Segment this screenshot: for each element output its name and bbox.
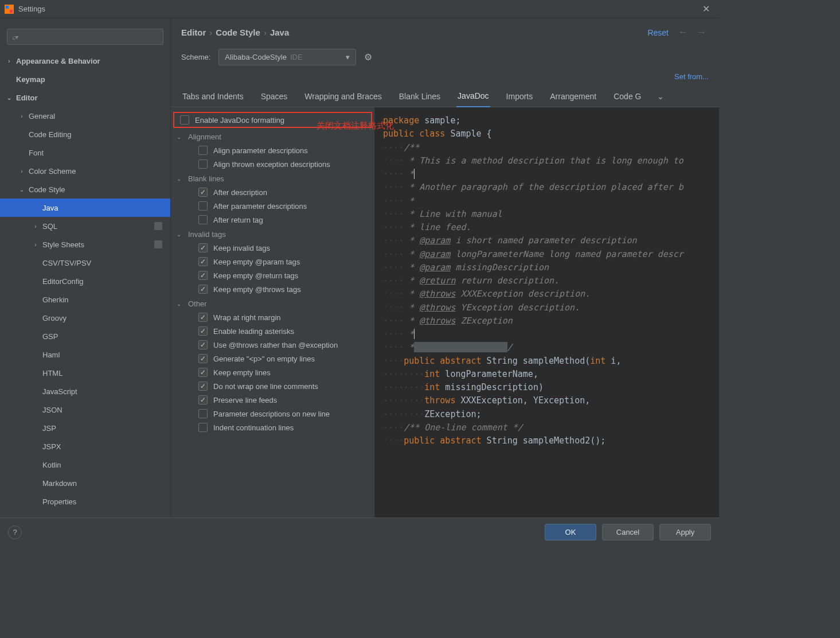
- section-other[interactable]: ⌄Other: [171, 296, 374, 310]
- section-blank-lines[interactable]: ⌄Blank lines: [171, 171, 374, 185]
- breadcrumb-0[interactable]: Editor: [181, 28, 206, 37]
- sidebar-item-label: EditorConfig: [42, 277, 84, 286]
- section-label: Invalid tags: [188, 230, 226, 239]
- sidebar-item-jsp[interactable]: JSP: [0, 419, 170, 437]
- sidebar-item-properties[interactable]: Properties: [0, 492, 170, 511]
- option-after-parameter-descriptions[interactable]: After parameter descriptions: [171, 199, 374, 213]
- sidebar-item-jspx[interactable]: JSPX: [0, 437, 170, 456]
- chevron-down-icon: ⌄: [177, 231, 186, 238]
- code-line: ········int longParameterName,: [383, 368, 711, 381]
- option-align-thrown-exception-descriptions[interactable]: Align thrown exception descriptions: [171, 157, 374, 171]
- sidebar-item-label: JSON: [42, 406, 62, 414]
- option-indent-continuation-lines[interactable]: Indent continuation lines: [171, 421, 374, 434]
- help-icon[interactable]: ?: [8, 526, 22, 539]
- sidebar-item-label: JavaScript: [42, 387, 77, 396]
- reset-link[interactable]: Reset: [647, 28, 669, 37]
- tab-tabs-and-indents[interactable]: Tabs and Indents: [181, 88, 245, 107]
- option-label: Use @throws rather than @exception: [213, 341, 338, 349]
- code-line: ····/**: [383, 141, 711, 154]
- breadcrumb-1[interactable]: Code Style: [216, 28, 260, 37]
- code-line: ···· * @param missingDescription: [383, 261, 711, 274]
- sidebar-item-label: Editor: [16, 94, 38, 102]
- scheme-tag: IDE: [290, 53, 303, 61]
- option-wrap-at-right-margin[interactable]: Wrap at right margin: [171, 310, 374, 324]
- back-icon[interactable]: ←: [675, 26, 690, 38]
- chevron-down-icon: ⌄: [177, 134, 186, 140]
- forward-icon[interactable]: →: [694, 26, 709, 38]
- option-keep-empty-lines[interactable]: Keep empty lines: [171, 365, 374, 379]
- option-label: Enable leading asterisks: [213, 327, 294, 336]
- ok-button[interactable]: OK: [545, 524, 596, 540]
- checkbox-icon: [198, 395, 208, 404]
- option-enable-leading-asterisks[interactable]: Enable leading asterisks: [171, 324, 374, 338]
- sidebar-item-csv-tsv-psv[interactable]: CSV/TSV/PSV: [0, 254, 170, 272]
- svg-rect-2: [10, 10, 13, 13]
- sidebar-item-json[interactable]: JSON: [0, 400, 170, 419]
- tab-code-g[interactable]: Code G: [612, 88, 642, 107]
- sidebar-item-kotlin[interactable]: Kotlin: [0, 456, 170, 474]
- sidebar-item-sql[interactable]: ›SQL: [0, 217, 170, 235]
- tab-imports[interactable]: Imports: [505, 88, 534, 107]
- code-line: ········ZException;: [383, 408, 711, 421]
- set-from-link[interactable]: Set from...: [674, 72, 709, 81]
- search-input[interactable]: ⌕ ▾: [7, 29, 163, 45]
- sidebar-item-code-style[interactable]: ⌄Code Style: [0, 180, 170, 199]
- apply-button[interactable]: Apply: [659, 524, 711, 540]
- sidebar-item-groovy[interactable]: Groovy: [0, 309, 170, 327]
- sidebar: ⌕ ▾ ›Appearance & BehaviorKeymap⌄Editor›…: [0, 18, 171, 518]
- option-use-throws-rather-than-exception[interactable]: Use @throws rather than @exception: [171, 338, 374, 352]
- sidebar-item-general[interactable]: ›General: [0, 107, 170, 125]
- option-after-return-tag[interactable]: After return tag: [171, 213, 374, 227]
- option-keep-empty-return-tags[interactable]: Keep empty @return tags: [171, 269, 374, 282]
- sidebar-item-label: General: [29, 112, 55, 120]
- sidebar-item-editor[interactable]: ⌄Editor: [0, 88, 170, 107]
- sidebar-item-font[interactable]: Font: [0, 143, 170, 162]
- close-icon[interactable]: ✕: [698, 3, 714, 14]
- sidebar-item-label: Java: [42, 204, 58, 212]
- sidebar-item-color-scheme[interactable]: ›Color Scheme: [0, 162, 170, 180]
- sidebar-item-gsp[interactable]: GSP: [0, 327, 170, 345]
- sidebar-item-markdown[interactable]: Markdown: [0, 474, 170, 492]
- sidebar-item-code-editing[interactable]: Code Editing: [0, 125, 170, 143]
- scheme-dropdown[interactable]: Alibaba-CodeStyle IDE: [218, 49, 356, 65]
- tab-spaces[interactable]: Spaces: [260, 88, 289, 107]
- option-preserve-line-feeds[interactable]: Preserve line feeds: [171, 393, 374, 407]
- option-label: Do not wrap one line comments: [213, 382, 318, 391]
- option-keep-empty-param-tags[interactable]: Keep empty @param tags: [171, 255, 374, 269]
- chevron-right-icon: ›: [5, 58, 14, 64]
- option-do-not-wrap-one-line-comments[interactable]: Do not wrap one line comments: [171, 379, 374, 393]
- code-line: ···· * Another paragraph of the descript…: [383, 181, 711, 194]
- sidebar-item-gherkin[interactable]: Gherkin: [0, 290, 170, 309]
- option-after-description[interactable]: After description: [171, 185, 374, 199]
- option-keep-empty-throws-tags[interactable]: Keep empty @throws tags: [171, 282, 374, 296]
- sidebar-item-label: Haml: [42, 351, 60, 359]
- chevron-down-icon: ⌄: [17, 186, 26, 193]
- option-align-parameter-descriptions[interactable]: Align parameter descriptions: [171, 143, 374, 157]
- checkbox-icon: [198, 201, 208, 211]
- checkbox-icon: [198, 160, 208, 169]
- section-invalid-tags[interactable]: ⌄Invalid tags: [171, 227, 374, 241]
- tab-arrangement[interactable]: Arrangement: [549, 88, 597, 107]
- option-label: After return tag: [213, 216, 263, 224]
- sidebar-item-haml[interactable]: Haml: [0, 345, 170, 364]
- checkbox-icon: [198, 188, 208, 197]
- sidebar-item-html[interactable]: HTML: [0, 364, 170, 382]
- sidebar-item-keymap[interactable]: Keymap: [0, 70, 170, 88]
- sidebar-item-java[interactable]: Java: [0, 199, 170, 217]
- option-generate-p-on-empty-lines[interactable]: Generate "<p>" on empty lines: [171, 352, 374, 365]
- sidebar-item-javascript[interactable]: JavaScript: [0, 382, 170, 400]
- checkbox-icon: [198, 382, 208, 391]
- breadcrumb: Editor › Code Style › Java Reset ← →: [171, 18, 719, 44]
- cancel-button[interactable]: Cancel: [602, 524, 654, 540]
- tab-wrapping-and-braces[interactable]: Wrapping and Braces: [303, 88, 382, 107]
- tab-blank-lines[interactable]: Blank Lines: [398, 88, 442, 107]
- sidebar-item-appearance-behavior[interactable]: ›Appearance & Behavior: [0, 52, 170, 70]
- gear-icon[interactable]: ⚙: [364, 52, 372, 63]
- tabs-more-icon[interactable]: ⌄: [657, 88, 664, 107]
- tab-javadoc[interactable]: JavaDoc: [456, 88, 490, 107]
- sidebar-item-editorconfig[interactable]: EditorConfig: [0, 272, 170, 290]
- annotation-text: 关闭文档注释格式化: [317, 120, 394, 131]
- option-parameter-descriptions-on-new-line[interactable]: Parameter descriptions on new line: [171, 407, 374, 421]
- sidebar-item-style-sheets[interactable]: ›Style Sheets: [0, 235, 170, 254]
- option-keep-invalid-tags[interactable]: Keep invalid tags: [171, 241, 374, 255]
